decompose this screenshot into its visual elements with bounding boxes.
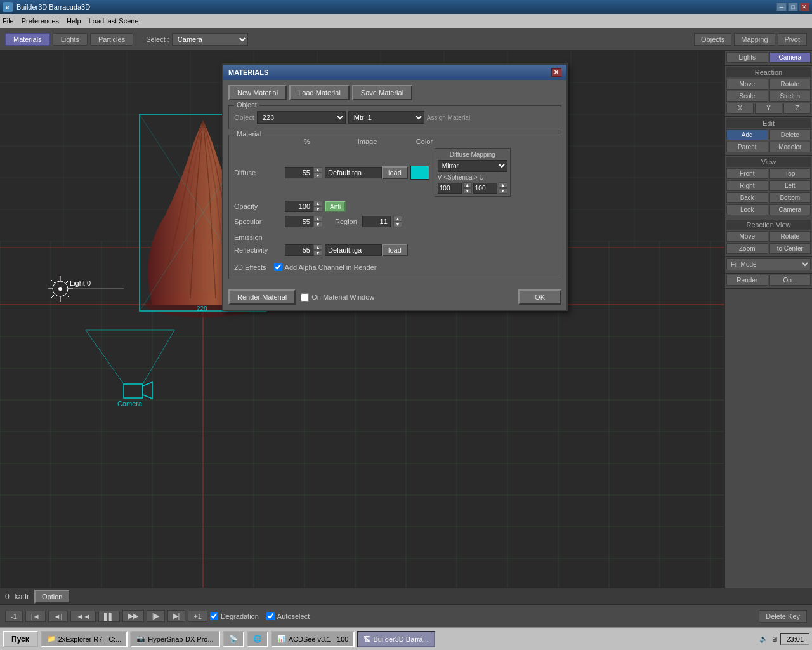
opacity-pct-input[interactable] bbox=[285, 201, 313, 212]
menu-file[interactable]: File bbox=[3, 17, 14, 25]
taskbar-rss[interactable]: 📡 bbox=[223, 631, 244, 647]
objects-button[interactable]: Objects bbox=[694, 33, 731, 46]
y-button[interactable]: Y bbox=[755, 103, 782, 114]
x-button[interactable]: X bbox=[726, 103, 754, 114]
degradation-check[interactable]: Degradation bbox=[210, 612, 259, 620]
object-select[interactable]: 223 bbox=[257, 111, 346, 124]
diffuse-load-button[interactable]: load bbox=[382, 166, 408, 179]
prev-frame-button[interactable]: ◄| bbox=[48, 611, 69, 622]
diffuse-image-input[interactable] bbox=[325, 167, 382, 178]
diffuse-up-button[interactable]: ▲ bbox=[313, 167, 322, 173]
look-button[interactable]: Look bbox=[726, 204, 768, 215]
reflectivity-down-button[interactable]: ▼ bbox=[313, 250, 322, 256]
to-center-button[interactable]: to Center bbox=[769, 243, 811, 254]
save-material-button[interactable]: Save Material bbox=[352, 85, 412, 100]
camera-view-button[interactable]: Camera bbox=[769, 204, 811, 215]
camera-tab-btn[interactable]: Camera bbox=[769, 52, 811, 63]
menu-load-last-scene[interactable]: Load last Scene bbox=[89, 17, 139, 25]
stretch-button[interactable]: Stretch bbox=[769, 91, 811, 102]
add-button[interactable]: Add bbox=[726, 129, 768, 140]
fill-mode-select[interactable]: Fill Mode Wireframe Flat Gouraud bbox=[726, 258, 811, 270]
skip-end-button[interactable]: ▶| bbox=[167, 610, 186, 622]
camera-select[interactable]: Camera Object Light bbox=[172, 33, 248, 46]
diffuse-mapping-select[interactable]: Mirror Wrap Clamp bbox=[438, 160, 508, 172]
material-select[interactable]: Mtr_1 bbox=[348, 111, 424, 124]
rotate2-button[interactable]: Rotate bbox=[769, 231, 811, 242]
specular-up-button[interactable]: ▲ bbox=[313, 216, 322, 222]
rotate-button[interactable]: Rotate bbox=[769, 79, 811, 90]
specular-down-button[interactable]: ▼ bbox=[313, 222, 322, 227]
tab-lights[interactable]: Lights bbox=[53, 33, 88, 46]
move2-button[interactable]: Move bbox=[726, 231, 768, 242]
u-up-button[interactable]: ▲ bbox=[499, 182, 508, 188]
specular-pct-input[interactable] bbox=[285, 216, 313, 227]
left-button[interactable]: Left bbox=[769, 180, 811, 191]
opacity-down-button[interactable]: ▼ bbox=[313, 206, 322, 212]
u-down-button[interactable]: ▼ bbox=[499, 188, 508, 194]
reflectivity-load-button[interactable]: load bbox=[382, 244, 408, 256]
next-1-button[interactable]: +1 bbox=[188, 611, 207, 622]
taskbar-builder3d[interactable]: 🏗 Builder3D Barra... bbox=[357, 631, 435, 647]
pause-button[interactable]: ▌▌ bbox=[98, 611, 120, 622]
region-input[interactable] bbox=[362, 216, 391, 227]
ok-button[interactable]: OK bbox=[518, 289, 561, 305]
taskbar-hypersnap[interactable]: 📷 HyperSnap-DX Pro... bbox=[130, 631, 219, 647]
v-input[interactable] bbox=[438, 183, 462, 194]
start-button[interactable]: Пуск bbox=[3, 631, 38, 647]
region-up-button[interactable]: ▲ bbox=[393, 216, 402, 222]
right-button[interactable]: Right bbox=[726, 180, 768, 191]
on-material-window-check[interactable]: On Material Window bbox=[301, 293, 374, 302]
pivot-button[interactable]: Pivot bbox=[778, 33, 807, 46]
fast-prev-button[interactable]: ◄◄ bbox=[70, 611, 96, 622]
autoselect-check[interactable]: Autoselect bbox=[266, 612, 310, 620]
alpha-channel-checkbox[interactable] bbox=[274, 263, 282, 271]
lights-tab-btn[interactable]: Lights bbox=[726, 52, 768, 63]
prev-1-button[interactable]: -1 bbox=[5, 611, 23, 622]
modeler-button[interactable]: Modeler bbox=[769, 142, 811, 152]
u-input[interactable] bbox=[473, 183, 497, 194]
region-down-button[interactable]: ▼ bbox=[393, 222, 402, 227]
tab-particles[interactable]: Particles bbox=[90, 33, 133, 46]
menu-preferences[interactable]: Preferences bbox=[22, 17, 59, 25]
delete-button[interactable]: Delete bbox=[769, 129, 811, 140]
taskbar-explorer[interactable]: 📁 2xExplorer R7 - C:... bbox=[41, 631, 128, 647]
tab-materials[interactable]: Materials bbox=[5, 33, 50, 46]
skip-start-button[interactable]: |◄ bbox=[25, 611, 46, 622]
front-button[interactable]: Front bbox=[726, 168, 768, 179]
parent-button[interactable]: Parent bbox=[726, 142, 768, 152]
taskbar-globe[interactable]: 🌐 bbox=[247, 631, 268, 647]
z-button[interactable]: Z bbox=[783, 103, 811, 114]
taskbar-acdsee[interactable]: 📊 ACDSee v3.1 - 100 bbox=[271, 631, 355, 647]
reflectivity-pct-input[interactable] bbox=[285, 244, 313, 256]
option-button[interactable]: Option bbox=[34, 590, 70, 604]
diffuse-down-button[interactable]: ▼ bbox=[313, 173, 322, 178]
load-material-button[interactable]: Load Material bbox=[289, 85, 350, 100]
diffuse-color-swatch[interactable] bbox=[410, 166, 429, 180]
zoom-button[interactable]: Zoom bbox=[726, 243, 768, 254]
delete-key-button[interactable]: Delete Key bbox=[759, 610, 807, 623]
back-button[interactable]: Back bbox=[726, 192, 768, 203]
menu-help[interactable]: Help bbox=[67, 17, 81, 25]
mapping-button[interactable]: Mapping bbox=[734, 33, 775, 46]
opacity-up-button[interactable]: ▲ bbox=[313, 201, 322, 206]
reflectivity-image-input[interactable] bbox=[325, 244, 382, 256]
fast-next-button[interactable]: ▶▶ bbox=[122, 610, 144, 622]
v-up-button[interactable]: ▲ bbox=[463, 182, 472, 188]
next-frame-button[interactable]: |▶ bbox=[147, 610, 165, 622]
render-button[interactable]: Render bbox=[726, 275, 768, 286]
top-button[interactable]: Top bbox=[769, 168, 811, 179]
op-button[interactable]: Op... bbox=[769, 275, 811, 286]
new-material-button[interactable]: New Material bbox=[228, 85, 287, 100]
scale-button[interactable]: Scale bbox=[726, 91, 768, 102]
render-material-button[interactable]: Render Material bbox=[228, 289, 296, 305]
move-button[interactable]: Move bbox=[726, 79, 768, 90]
reflectivity-up-button[interactable]: ▲ bbox=[313, 244, 322, 250]
v-down-button[interactable]: ▼ bbox=[463, 188, 472, 194]
anti-button[interactable]: Anti bbox=[325, 201, 346, 212]
maximize-button[interactable]: □ bbox=[788, 3, 798, 11]
bottom-button[interactable]: Bottom bbox=[769, 192, 811, 203]
materials-close-button[interactable]: ✕ bbox=[551, 68, 561, 77]
minimize-button[interactable]: ─ bbox=[776, 3, 787, 11]
diffuse-pct-input[interactable] bbox=[285, 167, 313, 178]
close-button[interactable]: ✕ bbox=[799, 3, 809, 11]
